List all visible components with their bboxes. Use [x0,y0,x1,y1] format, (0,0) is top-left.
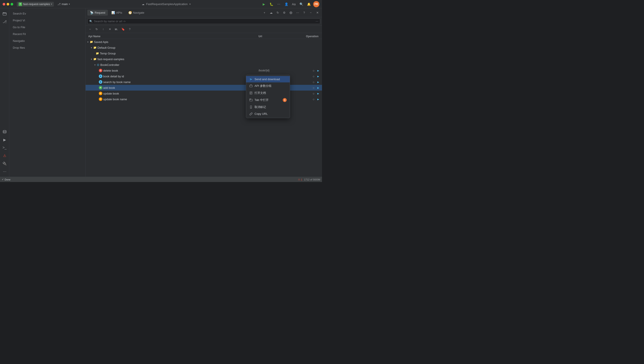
panel-filter-icon[interactable] [288,10,294,16]
panel-cloud-icon[interactable]: ☁ [268,10,274,16]
context-menu-open-doc[interactable]: 打开文档 [246,90,290,96]
notifications-button[interactable]: 🔔 [306,1,312,7]
search-more-icon[interactable]: ⋯ [315,20,318,23]
more-button[interactable]: ⋯ [276,1,282,7]
context-menu-cancel-mark[interactable]: 取消标记 [246,104,290,110]
tab-apis[interactable]: 📊 APIs [109,10,125,16]
sidebar-run-icon[interactable]: ▶ [1,136,8,143]
svg-rect-4 [250,85,252,87]
toolbar-close-btn[interactable]: ✕ [107,27,113,32]
search-by-name-ops: ◇ ▶ [302,80,320,84]
book-detail-star-btn[interactable]: ◇ [312,74,315,78]
panel-settings-icon[interactable]: ⚙ [281,10,287,16]
navigation-item[interactable]: Navigatio [9,38,85,44]
translate-button[interactable]: Aa [291,1,297,7]
sidebar-plugin-icon[interactable]: 🔌 [1,160,8,167]
run-button[interactable]: ▶ [261,1,267,7]
chevron-saved-apis: ▾ [87,41,88,43]
panel-help-icon[interactable]: ? [301,10,307,16]
position-label: 1712 of 5600M [304,178,320,181]
statusbar: ✓ Done ⚠ 1 1712 of 5600M [0,177,322,182]
context-menu-tab-open[interactable]: Tab 中打开 1 [246,96,290,104]
add-book-send-btn[interactable]: ▶ [316,86,320,90]
toolbar-help-btn[interactable]: ? [127,27,132,32]
context-menu-copy-url[interactable]: Copy URL [246,110,290,117]
update-book-name-label: update book name [103,98,127,101]
book-detail-ops: ◇ ▶ [302,74,320,78]
avatar-button[interactable]: FR [313,1,319,7]
minimize-button[interactable] [7,3,9,6]
project-selector[interactable]: f fast-request-samples ▾ [17,2,54,6]
update-book-name-send-btn[interactable]: ▶ [316,97,320,101]
book-detail-send-btn[interactable]: ▶ [316,74,320,78]
branch-selector[interactable]: ⎇ main ▾ [56,2,72,6]
tree-row-saved-apis[interactable]: ▾ 📁 Saved Apis [86,39,322,45]
sidebar-folder-icon[interactable] [1,10,8,17]
debug-button[interactable]: 🐛 [268,1,274,7]
update-book-name-ops: ◇ ▶ [302,97,320,101]
delete-book-star-btn[interactable]: ◇ [312,68,315,72]
panel-collapse-icon[interactable]: − [308,10,314,16]
sidebar-git-icon[interactable]: ⎇ [1,18,8,25]
search-by-name-send-btn[interactable]: ▶ [316,80,320,84]
api-group-label: API 参数分组 [254,84,271,88]
sidebar-more-icon[interactable]: ⋯ [1,168,8,175]
search-icon: 🔍 [89,20,93,23]
navigate-icon: 🧭 [128,11,132,14]
app-dropdown-icon: ▾ [189,3,191,5]
search-by-name-star-btn[interactable]: ◇ [312,80,315,84]
panel-refresh-icon[interactable]: ↻ [275,10,280,16]
tree-row-fast-request-samples[interactable]: ▾ 📁 fast-request-samples [86,56,322,62]
tree-row-book-controller[interactable]: ▾ ⊙ BookController [86,62,322,68]
error-icon: ⚠ [298,178,300,181]
context-menu-send-download[interactable]: Send and download [246,76,290,82]
delete-book-ops: ◇ ▶ [302,68,320,72]
context-menu-api-group[interactable]: API 参数分组 [246,82,290,90]
tree-row-delete-book[interactable]: D delete book /book/{id} ◇ ▶ [86,68,322,73]
maximize-button[interactable] [11,3,13,6]
toolbar-up-btn[interactable]: ↑ [101,27,106,32]
toolbar-minus-btn[interactable]: − [87,27,93,32]
header-operation: Operation [302,35,320,38]
app-icon: ☁ [142,3,144,6]
open-doc-label: 打开文档 [254,91,266,95]
close-button[interactable] [3,3,5,6]
delete-book-send-btn[interactable]: ▶ [316,68,320,72]
book-detail-label: book detail by id [103,75,124,78]
sidebar-database-icon[interactable] [1,128,8,135]
update-book-name-star-btn[interactable]: ◇ [312,97,315,101]
panel-add-icon[interactable]: + [261,10,267,16]
update-book-send-btn[interactable]: ▶ [316,92,320,96]
delete-book-url: /book/{id} [258,69,302,72]
tab-navigate[interactable]: 🧭 Navigate [126,10,147,16]
sidebar-error-icon[interactable]: ⚠ [1,152,8,159]
apis-icon: 📊 [111,11,115,14]
recent-files-item[interactable]: Recent Fil [9,31,85,38]
search-by-name-label: search by book name [103,80,131,84]
drop-files-item[interactable]: Drop files [9,44,85,51]
toolbar-markdown-btn[interactable]: M↓ [114,27,119,32]
tree-row-temp-group[interactable]: 📁 Temp Group [86,50,322,56]
controller-icon: ⊙ [97,63,100,66]
go-to-file-item[interactable]: Go to File [9,24,85,31]
project-view-item[interactable]: Project Vi [9,17,85,24]
panel-more-icon[interactable]: ⋯ [295,10,300,16]
user-button[interactable]: 👤 [283,1,289,7]
update-book-star-btn[interactable]: ◇ [312,92,315,96]
sidebar-terminal-icon[interactable]: >_ [1,144,8,151]
tab-request[interactable]: 📡 Request [87,10,108,16]
toolbar-bookmark-btn[interactable]: 🔖 [120,27,126,32]
traffic-lights [3,3,13,6]
search-everywhere-item[interactable]: Search Ev [9,10,85,17]
header-url: Url [258,35,302,38]
panel-close-icon[interactable]: ✕ [314,10,320,16]
request-tab-label: Request [95,11,105,14]
add-book-star-btn[interactable]: ◇ [312,86,315,90]
temp-group-label: Temp Group [100,52,116,55]
search-button[interactable]: 🔍 [298,1,304,7]
folder-default-group-icon: 📁 [93,46,97,49]
search-input[interactable] [94,20,314,23]
toolbar-refresh-btn[interactable]: ↻ [94,27,99,32]
saved-apis-label: Saved Apis [94,40,108,44]
tree-row-default-group[interactable]: ▾ 📁 Default Group [86,45,322,50]
